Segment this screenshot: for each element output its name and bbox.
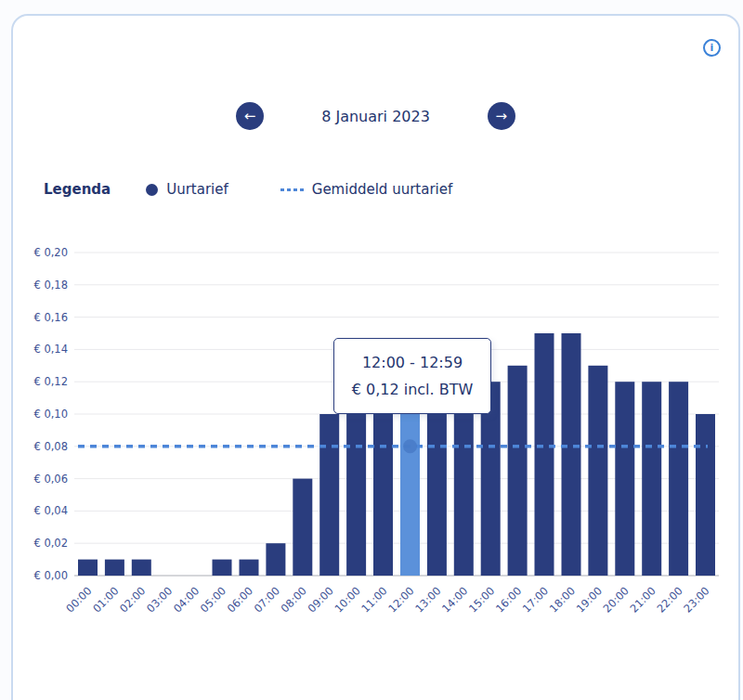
bar-01:00[interactable] [105, 560, 124, 576]
previous-day-button[interactable]: ← [236, 102, 264, 130]
x-axis-label: 02:00 [117, 584, 148, 615]
legend: Legenda Uurtarief Gemiddeld uurtarief [44, 181, 452, 198]
bar-06:00[interactable] [240, 560, 259, 576]
x-axis-label: 08:00 [279, 584, 309, 615]
tariff-chart-svg: € 0,00€ 0,02€ 0,04€ 0,06€ 0,08€ 0,10€ 0,… [20, 232, 736, 637]
x-axis-label: 15:00 [466, 584, 497, 615]
x-axis-label: 03:00 [144, 584, 175, 615]
bar-00:00[interactable] [78, 560, 98, 576]
x-axis-label: 07:00 [252, 584, 282, 615]
x-axis-label: 11:00 [358, 584, 389, 615]
bar-17:00[interactable] [535, 333, 554, 576]
legend-item-label: Uurtarief [166, 181, 228, 198]
y-axis-label: € 0,06 [33, 473, 68, 486]
x-axis-label: 05:00 [198, 584, 228, 615]
bar-05:00[interactable] [213, 560, 232, 576]
x-axis-label: 19:00 [574, 584, 605, 615]
bar-08:00[interactable] [293, 479, 312, 576]
y-axis-label: € 0,02 [33, 537, 68, 550]
bar-11:00[interactable] [373, 414, 393, 576]
x-axis-label: 18:00 [547, 584, 578, 615]
x-axis-label: 01:00 [90, 584, 121, 615]
bar-09:00[interactable] [319, 414, 339, 576]
x-axis-label: 04:00 [171, 584, 202, 615]
tariff-card: i ← 8 Januari 2023 → Legenda Uurtarief G… [11, 14, 740, 700]
bar-20:00[interactable] [615, 382, 634, 576]
tooltip-time-range: 12:00 - 12:59 [362, 354, 463, 371]
y-axis-label: € 0,00 [33, 569, 68, 582]
legend-item-label: Gemiddeld uurtarief [312, 181, 452, 198]
x-axis-label: 20:00 [601, 584, 632, 615]
x-axis-label: 22:00 [654, 584, 684, 615]
bar-23:00[interactable] [696, 414, 715, 576]
x-axis-label: 17:00 [520, 584, 551, 615]
x-axis-label: 23:00 [681, 584, 711, 615]
y-axis-label: € 0,18 [33, 279, 68, 292]
y-axis-label: € 0,14 [33, 343, 68, 356]
tooltip-price: € 0,12 incl. BTW [352, 381, 474, 398]
legend-item-gemiddeld: Gemiddeld uurtarief [280, 181, 452, 198]
x-axis-label: 14:00 [439, 584, 470, 615]
y-axis-label: € 0,04 [33, 504, 68, 517]
legend-dot-icon [146, 184, 158, 196]
y-axis-label: € 0,12 [33, 375, 68, 388]
y-axis-label: € 0,10 [33, 408, 68, 421]
bar-18:00[interactable] [562, 333, 581, 576]
info-icon[interactable]: i [703, 39, 721, 57]
y-axis-label: € 0,16 [33, 311, 68, 324]
next-day-button[interactable]: → [488, 102, 515, 130]
bar-14:00[interactable] [454, 414, 474, 576]
x-axis-label: 21:00 [627, 584, 658, 615]
date-label: 8 Januari 2023 [321, 108, 430, 125]
arrow-right-icon: → [496, 110, 508, 123]
y-axis-label: € 0,20 [33, 246, 68, 259]
legend-title: Legenda [44, 181, 111, 198]
x-axis-label: 00:00 [63, 584, 94, 615]
bar-22:00[interactable] [669, 382, 688, 576]
arrow-left-icon: ← [244, 110, 256, 123]
x-axis-label: 13:00 [412, 584, 443, 615]
bar-16:00[interactable] [508, 366, 528, 576]
chart-tooltip: 12:00 - 12:59 € 0,12 incl. BTW [333, 338, 491, 414]
x-axis-label: 16:00 [493, 584, 524, 615]
x-axis-label: 09:00 [305, 584, 335, 615]
x-axis-label: 06:00 [225, 584, 255, 615]
bar-02:00[interactable] [132, 560, 151, 576]
bar-21:00[interactable] [642, 382, 661, 576]
average-marker-dot [403, 439, 417, 453]
bar-13:00[interactable] [427, 414, 447, 576]
y-axis-label: € 0,08 [33, 440, 68, 453]
bar-19:00[interactable] [588, 366, 607, 576]
bar-10:00[interactable] [346, 414, 366, 576]
bar-07:00[interactable] [266, 543, 285, 576]
bar-12:00[interactable] [400, 414, 420, 576]
x-axis-label: 12:00 [385, 584, 416, 615]
date-navigation: ← 8 Januari 2023 → [13, 102, 738, 130]
legend-dashed-line-icon [280, 188, 304, 191]
x-axis-label: 10:00 [332, 584, 362, 615]
legend-item-uurtarief: Uurtarief [146, 181, 228, 198]
